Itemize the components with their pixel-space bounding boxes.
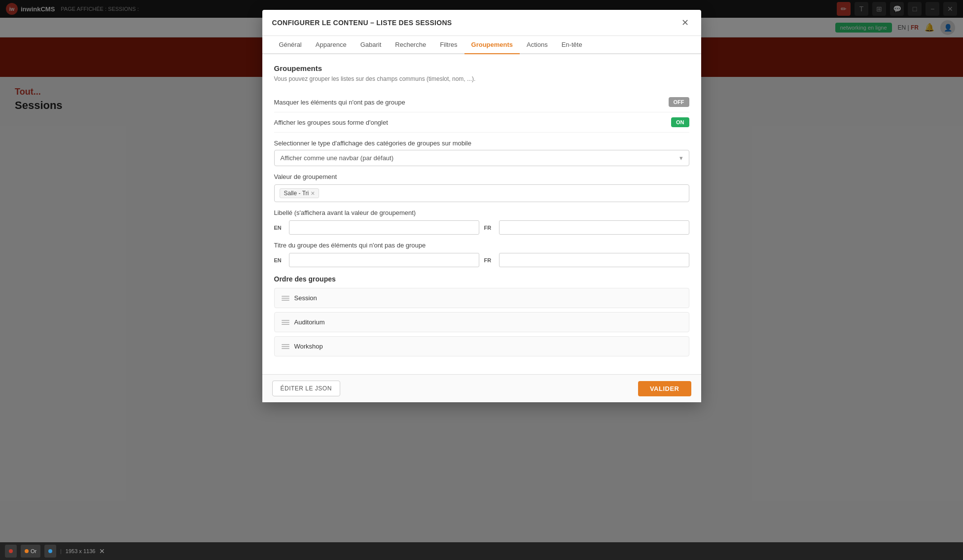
groupement-tag-text: Salle - Tri <box>284 190 309 197</box>
modal-title: CONFIGURER LE CONTENU – LISTE DES SESSIO… <box>272 19 452 27</box>
ordre-title: Ordre des groupes <box>274 275 689 283</box>
dropdown-mobile-select[interactable]: Afficher comme une navbar (par défaut) ▾ <box>274 150 689 166</box>
libelle-fr-group: FR <box>484 220 689 235</box>
modal: CONFIGURER LE CONTENU – LISTE DES SESSIO… <box>262 10 701 402</box>
chevron-down-icon: ▾ <box>679 154 683 162</box>
libelle-en-tag: EN <box>274 225 286 231</box>
titre-sans-groupe-section: Titre du groupe des éléments qui n'ont p… <box>274 242 689 267</box>
groupement-tag: Salle - Tri × <box>280 188 320 198</box>
taskbar-close-icon[interactable]: ✕ <box>99 547 105 555</box>
taskbar-item-1[interactable] <box>5 545 17 558</box>
drag-handle-1 <box>282 320 289 325</box>
groupement-tag-input[interactable]: Salle - Tri × <box>274 184 689 202</box>
titre-sans-groupe-title: Titre du groupe des éléments qui n'ont p… <box>274 242 689 249</box>
section-title: Groupements <box>274 64 689 72</box>
ordre-item-0[interactable]: Session <box>274 288 689 308</box>
groupement-section: Valeur de groupement Salle - Tri × <box>274 173 689 202</box>
titre-fr-tag: FR <box>484 257 496 263</box>
dropdown-mobile-value: Afficher comme une navbar (par défaut) <box>281 154 394 162</box>
toggle-masquer-button[interactable]: OFF <box>669 97 689 107</box>
valider-button[interactable]: VALIDER <box>638 381 691 396</box>
modal-body: Groupements Vous pouvez grouper les list… <box>262 54 701 374</box>
taskbar: Or | 963 x 560 ✕ <box>0 542 963 560</box>
tab-entete[interactable]: En-tête <box>555 36 589 54</box>
groupement-tag-remove[interactable]: × <box>311 190 315 197</box>
toggle-masquer-row: Masquer les éléments qui n'ont pas de gr… <box>274 92 689 112</box>
toggle-masquer-label: Masquer les éléments qui n'ont pas de gr… <box>274 99 405 106</box>
tab-gabarit[interactable]: Gabarit <box>354 36 389 54</box>
toggle-afficher-button[interactable]: ON <box>671 117 689 127</box>
ordre-item-label-0: Session <box>294 294 317 302</box>
libelle-lang-inputs: EN FR <box>274 220 689 235</box>
taskbar-item-3[interactable] <box>44 545 56 558</box>
titre-lang-inputs: EN FR <box>274 253 689 267</box>
ordre-item-label-2: Workshop <box>294 343 323 350</box>
drag-handle-0 <box>282 296 289 301</box>
libelle-fr-tag: FR <box>484 225 496 231</box>
tab-apparence[interactable]: Apparence <box>309 36 354 54</box>
modal-header: CONFIGURER LE CONTENU – LISTE DES SESSIO… <box>262 10 701 36</box>
libelle-fr-input[interactable] <box>499 220 689 235</box>
tab-general[interactable]: Général <box>272 36 309 54</box>
drag-handle-2 <box>282 344 289 349</box>
ordre-section: Ordre des groupes Session Auditorium Wor… <box>274 275 689 356</box>
taskbar-separator: | <box>60 549 62 554</box>
tab-filtres[interactable]: Filtres <box>433 36 464 54</box>
tab-groupements[interactable]: Groupements <box>464 36 520 54</box>
ordre-item-label-1: Auditorium <box>294 318 325 326</box>
taskbar-dot-blue <box>48 549 52 553</box>
libelle-section: Libellé (s'affichera avant la valeur de … <box>274 209 689 235</box>
libelle-en-group: EN <box>274 220 479 235</box>
ordre-item-2[interactable]: Workshop <box>274 336 689 356</box>
groupement-label: Valeur de groupement <box>274 173 689 180</box>
ordre-item-1[interactable]: Auditorium <box>274 312 689 332</box>
modal-close-button[interactable]: ✕ <box>679 17 691 29</box>
modal-tabs: Général Apparence Gabarit Recherche Filt… <box>262 36 701 54</box>
tab-recherche[interactable]: Recherche <box>388 36 433 54</box>
edit-json-button[interactable]: ÉDITER LE JSON <box>272 381 340 396</box>
taskbar-dot-orange <box>25 549 29 553</box>
taskbar-item-or-label: Or <box>31 548 36 554</box>
tab-actions[interactable]: Actions <box>520 36 555 54</box>
toggle-afficher-row: Afficher les groupes sous forme d'onglet… <box>274 112 689 133</box>
taskbar-item-2[interactable]: Or <box>21 545 40 558</box>
dropdown-mobile-label: Selectionner le type d'affichage des cat… <box>274 140 689 147</box>
taskbar-dot-red <box>9 549 13 553</box>
modal-footer: ÉDITER LE JSON VALIDER <box>262 374 701 402</box>
titre-fr-group: FR <box>484 253 689 267</box>
libelle-title: Libellé (s'affichera avant la valeur de … <box>274 209 689 216</box>
libelle-en-input[interactable] <box>289 220 479 235</box>
toggle-afficher-label: Afficher les groupes sous forme d'onglet <box>274 119 388 126</box>
taskbar-resolution: 963 x 560 <box>66 548 96 554</box>
dropdown-mobile-row: Selectionner le type d'affichage des cat… <box>274 140 689 166</box>
section-desc: Vous pouvez grouper les listes sur des c… <box>274 75 689 82</box>
titre-en-input[interactable] <box>289 253 479 267</box>
titre-fr-input[interactable] <box>499 253 689 267</box>
titre-en-group: EN <box>274 253 479 267</box>
titre-en-tag: EN <box>274 257 286 263</box>
